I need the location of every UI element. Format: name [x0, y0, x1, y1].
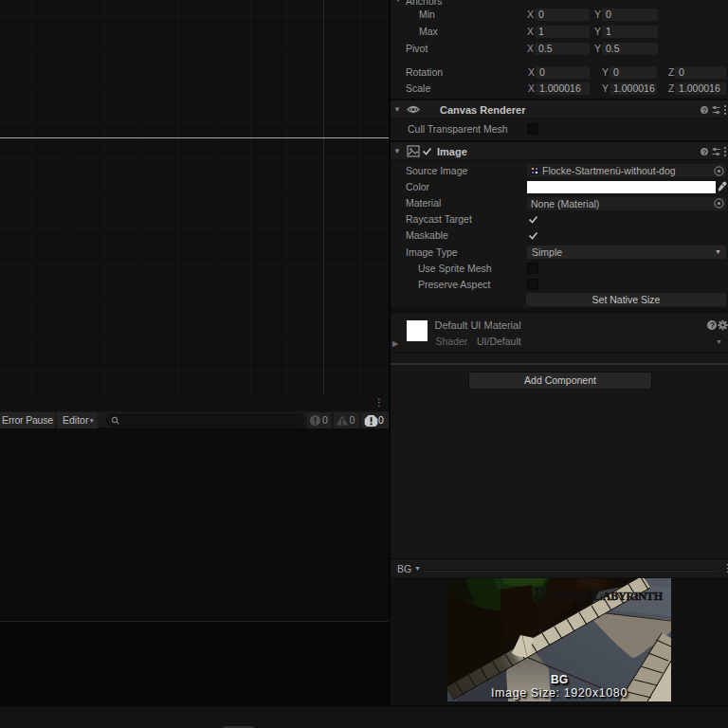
svg-text:?: ? [710, 320, 715, 330]
svg-text:?: ? [702, 106, 707, 115]
svg-text:?: ? [702, 148, 707, 156]
